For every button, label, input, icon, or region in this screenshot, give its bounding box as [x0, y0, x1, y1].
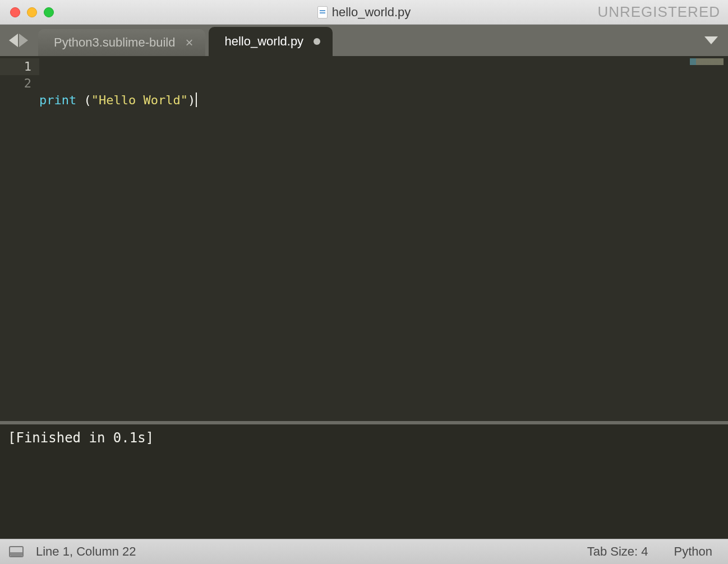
- code-editor[interactable]: print ("Hello World"): [39, 56, 728, 421]
- document-icon: [317, 6, 328, 19]
- tab-history-nav: [9, 34, 28, 47]
- window-close-button[interactable]: [10, 7, 20, 17]
- token-paren-open: (: [84, 93, 91, 107]
- unsaved-indicator-icon[interactable]: [314, 38, 320, 45]
- code-line: print ("Hello World"): [39, 92, 728, 109]
- build-output-text: [Finished in 0.1s]: [8, 430, 154, 446]
- tab-size-selector[interactable]: Tab Size: 4: [580, 544, 655, 559]
- build-output-panel[interactable]: [Finished in 0.1s]: [0, 421, 728, 539]
- token-function: print: [39, 93, 76, 107]
- syntax-selector[interactable]: Python: [667, 544, 720, 559]
- tab-overflow-menu-icon[interactable]: [704, 36, 718, 44]
- token-space: [76, 93, 84, 107]
- registration-status: UNREGISTERED: [597, 3, 720, 21]
- tab-python3-build[interactable]: Python3.sublime-build ×: [38, 29, 205, 56]
- token-string: "Hello World": [91, 93, 188, 107]
- editor-area: 1 2 print ("Hello World"): [0, 56, 728, 421]
- line-number-gutter[interactable]: 1 2: [0, 56, 39, 421]
- panel-switcher-icon[interactable]: [9, 546, 24, 557]
- window-title-text: hello_world.py: [332, 5, 411, 20]
- window-minimize-button[interactable]: [27, 7, 37, 17]
- text-cursor: [196, 93, 197, 107]
- token-paren-close: ): [188, 93, 195, 107]
- tab-bar: Python3.sublime-build × hello_world.py: [0, 25, 728, 56]
- tab-label: hello_world.py: [224, 34, 303, 49]
- window-titlebar: hello_world.py UNREGISTERED: [0, 0, 728, 25]
- nav-back-button[interactable]: [9, 34, 18, 47]
- nav-forward-button[interactable]: [19, 34, 28, 47]
- status-bar: Line 1, Column 22 Tab Size: 4 Python: [0, 539, 728, 564]
- tab-hello-world[interactable]: hello_world.py: [209, 27, 333, 56]
- window-zoom-button[interactable]: [44, 7, 54, 17]
- tab-label: Python3.sublime-build: [54, 35, 175, 50]
- traffic-lights: [0, 7, 54, 17]
- minimap[interactable]: [690, 58, 724, 65]
- close-tab-icon[interactable]: ×: [185, 36, 193, 49]
- line-number: 1: [0, 58, 39, 75]
- line-number: 2: [24, 76, 31, 90]
- cursor-position[interactable]: Line 1, Column 22: [36, 544, 143, 559]
